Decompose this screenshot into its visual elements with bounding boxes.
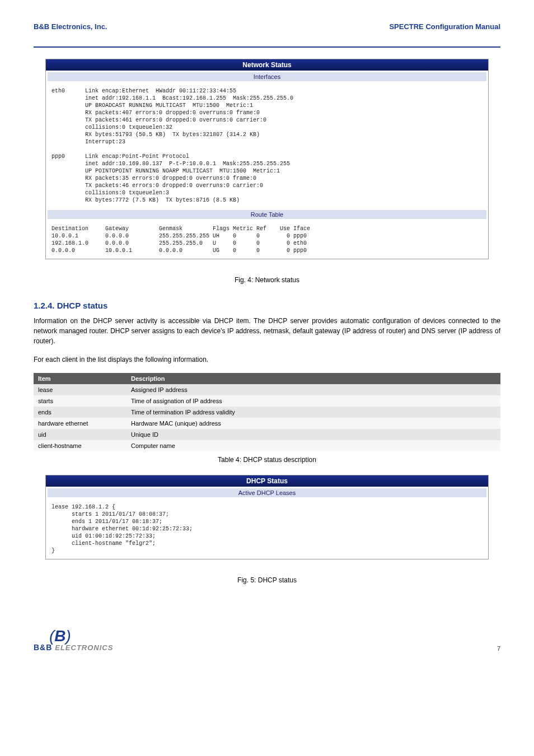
header-left: B&B Electronics, Inc. bbox=[34, 22, 107, 31]
table-row: client-hostnameComputer name bbox=[34, 440, 500, 451]
dhcp-leases-output: lease 192.168.1.2 { starts 1 2011/01/17 … bbox=[46, 499, 488, 559]
header-rule bbox=[34, 46, 500, 48]
table-row: startsTime of assignation of IP address bbox=[34, 395, 500, 407]
table-row: leaseAssigned IP address bbox=[34, 384, 500, 395]
dhcp-status-panel: DHCP Status Active DHCP Leases lease 192… bbox=[45, 475, 489, 559]
page-number: 7 bbox=[497, 645, 500, 652]
section-title: DHCP status bbox=[57, 301, 108, 310]
route-table-output: Destination Gateway Genmask Flags Metric… bbox=[46, 221, 488, 259]
figure-caption-5: Fig. 5: DHCP status bbox=[34, 576, 500, 584]
panel-title-dhcp: DHCP Status bbox=[46, 475, 488, 487]
dhcp-description-table: Item Description leaseAssigned IP addres… bbox=[34, 373, 500, 451]
panel-title-network: Network Status bbox=[46, 59, 488, 71]
table-header-item: Item bbox=[34, 373, 127, 384]
interfaces-output: eth0 Link encap:Ethernet HWaddr 00:11:22… bbox=[46, 83, 488, 208]
panel-sub-leases: Active DHCP Leases bbox=[48, 488, 486, 497]
table-row: hardware ethernetHardware MAC (unique) a… bbox=[34, 418, 500, 429]
network-status-panel: Network Status Interfaces eth0 Link enca… bbox=[45, 59, 489, 259]
section-heading: 1.2.4. DHCP status bbox=[34, 301, 500, 310]
table-row: uidUnique ID bbox=[34, 429, 500, 440]
section-number: 1.2.4. bbox=[34, 301, 55, 310]
table-row: endsTime of termination IP address valid… bbox=[34, 407, 500, 418]
panel-sub-route: Route Table bbox=[48, 210, 486, 219]
table-header-desc: Description bbox=[127, 373, 500, 384]
header-right: SPECTRE Configuration Manual bbox=[389, 22, 500, 31]
paragraph-1: Information on the DHCP server activity … bbox=[34, 316, 500, 346]
table-caption-4: Table 4: DHCP status description bbox=[34, 456, 500, 464]
panel-sub-interfaces: Interfaces bbox=[48, 72, 486, 81]
paragraph-2: For each client in the list displays the… bbox=[34, 354, 500, 365]
footer-logo: (B) B&B ELECTRONICS bbox=[34, 629, 113, 652]
figure-caption-4: Fig. 4: Network status bbox=[34, 276, 500, 284]
